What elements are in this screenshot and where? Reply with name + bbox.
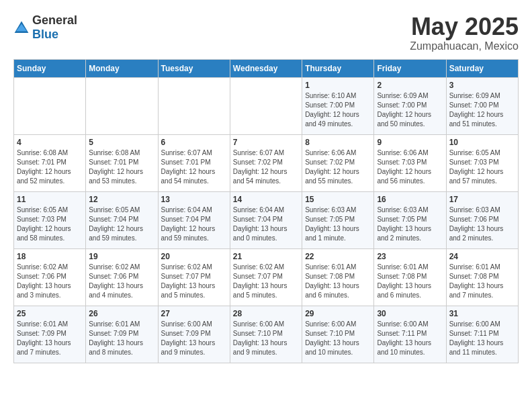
day-number: 24 <box>449 252 515 261</box>
calendar-header-row: SundayMondayTuesdayWednesdayThursdayFrid… <box>14 59 519 77</box>
calendar-cell: 3Sunrise: 6:09 AM Sunset: 7:00 PM Daylig… <box>446 77 518 134</box>
calendar-week-5: 25Sunrise: 6:01 AM Sunset: 7:09 PM Dayli… <box>14 306 519 363</box>
day-info: Sunrise: 6:03 AM Sunset: 7:05 PM Dayligh… <box>305 205 371 243</box>
day-info: Sunrise: 6:06 AM Sunset: 7:02 PM Dayligh… <box>305 148 371 186</box>
calendar-cell: 4Sunrise: 6:08 AM Sunset: 7:01 PM Daylig… <box>14 134 86 191</box>
day-number: 15 <box>305 195 371 204</box>
location-title: Zumpahuacan, Mexico <box>410 40 519 52</box>
day-number: 30 <box>377 309 443 318</box>
day-info: Sunrise: 6:01 AM Sunset: 7:08 PM Dayligh… <box>449 263 515 300</box>
day-info: Sunrise: 6:10 AM Sunset: 7:00 PM Dayligh… <box>305 91 371 129</box>
day-number: 11 <box>17 195 83 204</box>
calendar-cell: 23Sunrise: 6:01 AM Sunset: 7:08 PM Dayli… <box>374 248 446 306</box>
calendar-week-3: 11Sunrise: 6:05 AM Sunset: 7:03 PM Dayli… <box>14 191 519 248</box>
calendar-cell <box>230 77 302 134</box>
header-tuesday: Tuesday <box>158 59 230 77</box>
day-number: 14 <box>233 195 299 204</box>
day-info: Sunrise: 6:00 AM Sunset: 7:11 PM Dayligh… <box>449 320 515 357</box>
logo: General Blue <box>13 13 77 42</box>
page-header: General Blue May 2025 Zumpahuacan, Mexic… <box>13 13 519 52</box>
day-number: 10 <box>449 138 515 147</box>
calendar-cell: 11Sunrise: 6:05 AM Sunset: 7:03 PM Dayli… <box>14 191 86 248</box>
day-info: Sunrise: 6:05 AM Sunset: 7:03 PM Dayligh… <box>449 148 515 186</box>
calendar-cell: 9Sunrise: 6:06 AM Sunset: 7:03 PM Daylig… <box>374 134 446 191</box>
calendar-week-4: 18Sunrise: 6:02 AM Sunset: 7:06 PM Dayli… <box>14 248 519 306</box>
day-info: Sunrise: 6:00 AM Sunset: 7:10 PM Dayligh… <box>305 320 371 357</box>
calendar-cell: 1Sunrise: 6:10 AM Sunset: 7:00 PM Daylig… <box>302 77 374 134</box>
day-number: 1 <box>305 81 371 90</box>
day-number: 26 <box>89 309 154 318</box>
day-number: 5 <box>89 138 154 147</box>
calendar-cell: 5Sunrise: 6:08 AM Sunset: 7:01 PM Daylig… <box>86 134 158 191</box>
calendar-cell: 8Sunrise: 6:06 AM Sunset: 7:02 PM Daylig… <box>302 134 374 191</box>
day-number: 13 <box>161 195 227 204</box>
day-info: Sunrise: 6:01 AM Sunset: 7:08 PM Dayligh… <box>377 263 443 300</box>
calendar-week-1: 1Sunrise: 6:10 AM Sunset: 7:00 PM Daylig… <box>14 77 519 134</box>
logo-general: General <box>32 13 77 27</box>
calendar-cell: 22Sunrise: 6:01 AM Sunset: 7:08 PM Dayli… <box>302 248 374 306</box>
day-info: Sunrise: 6:01 AM Sunset: 7:09 PM Dayligh… <box>89 320 154 357</box>
day-number: 22 <box>305 252 371 261</box>
calendar-cell: 2Sunrise: 6:09 AM Sunset: 7:00 PM Daylig… <box>374 77 446 134</box>
logo-icon <box>13 19 30 36</box>
logo-blue: Blue <box>32 28 58 41</box>
day-number: 3 <box>449 81 515 90</box>
day-number: 19 <box>89 252 154 261</box>
calendar-cell: 19Sunrise: 6:02 AM Sunset: 7:06 PM Dayli… <box>86 248 158 306</box>
day-number: 8 <box>305 138 371 147</box>
calendar-cell: 31Sunrise: 6:00 AM Sunset: 7:11 PM Dayli… <box>446 306 518 363</box>
calendar-cell: 10Sunrise: 6:05 AM Sunset: 7:03 PM Dayli… <box>446 134 518 191</box>
day-number: 27 <box>161 309 227 318</box>
day-number: 20 <box>161 252 227 261</box>
calendar-cell: 16Sunrise: 6:03 AM Sunset: 7:05 PM Dayli… <box>374 191 446 248</box>
calendar-cell: 17Sunrise: 6:03 AM Sunset: 7:06 PM Dayli… <box>446 191 518 248</box>
header-saturday: Saturday <box>446 59 518 77</box>
calendar-cell: 27Sunrise: 6:00 AM Sunset: 7:09 PM Dayli… <box>158 306 230 363</box>
calendar-cell <box>14 77 86 134</box>
calendar-cell: 30Sunrise: 6:00 AM Sunset: 7:11 PM Dayli… <box>374 306 446 363</box>
day-number: 23 <box>377 252 443 261</box>
day-number: 29 <box>305 309 371 318</box>
day-info: Sunrise: 6:00 AM Sunset: 7:11 PM Dayligh… <box>377 320 443 357</box>
day-number: 12 <box>89 195 154 204</box>
day-info: Sunrise: 6:02 AM Sunset: 7:06 PM Dayligh… <box>89 263 154 300</box>
day-info: Sunrise: 6:07 AM Sunset: 7:02 PM Dayligh… <box>233 148 299 186</box>
header-wednesday: Wednesday <box>230 59 302 77</box>
calendar-cell: 12Sunrise: 6:05 AM Sunset: 7:04 PM Dayli… <box>86 191 158 248</box>
day-number: 17 <box>449 195 515 204</box>
calendar-week-2: 4Sunrise: 6:08 AM Sunset: 7:01 PM Daylig… <box>14 134 519 191</box>
header-thursday: Thursday <box>302 59 374 77</box>
day-info: Sunrise: 6:07 AM Sunset: 7:01 PM Dayligh… <box>161 148 227 186</box>
calendar-cell: 25Sunrise: 6:01 AM Sunset: 7:09 PM Dayli… <box>14 306 86 363</box>
calendar-cell: 15Sunrise: 6:03 AM Sunset: 7:05 PM Dayli… <box>302 191 374 248</box>
day-info: Sunrise: 6:02 AM Sunset: 7:07 PM Dayligh… <box>161 263 227 300</box>
calendar-cell <box>86 77 158 134</box>
day-number: 6 <box>161 138 227 147</box>
day-info: Sunrise: 6:01 AM Sunset: 7:09 PM Dayligh… <box>17 320 83 357</box>
month-title: May 2025 <box>410 13 519 40</box>
day-info: Sunrise: 6:06 AM Sunset: 7:03 PM Dayligh… <box>377 148 443 186</box>
calendar-cell: 7Sunrise: 6:07 AM Sunset: 7:02 PM Daylig… <box>230 134 302 191</box>
calendar-cell: 13Sunrise: 6:04 AM Sunset: 7:04 PM Dayli… <box>158 191 230 248</box>
day-number: 31 <box>449 309 515 318</box>
day-number: 28 <box>233 309 299 318</box>
calendar-cell: 18Sunrise: 6:02 AM Sunset: 7:06 PM Dayli… <box>14 248 86 306</box>
header-monday: Monday <box>86 59 158 77</box>
calendar-cell: 14Sunrise: 6:04 AM Sunset: 7:04 PM Dayli… <box>230 191 302 248</box>
calendar-cell: 26Sunrise: 6:01 AM Sunset: 7:09 PM Dayli… <box>86 306 158 363</box>
calendar-cell: 24Sunrise: 6:01 AM Sunset: 7:08 PM Dayli… <box>446 248 518 306</box>
calendar-table: SundayMondayTuesdayWednesdayThursdayFrid… <box>13 59 519 363</box>
day-number: 7 <box>233 138 299 147</box>
day-number: 18 <box>17 252 83 261</box>
day-number: 21 <box>233 252 299 261</box>
day-number: 9 <box>377 138 443 147</box>
day-info: Sunrise: 6:09 AM Sunset: 7:00 PM Dayligh… <box>377 91 443 129</box>
day-info: Sunrise: 6:09 AM Sunset: 7:00 PM Dayligh… <box>449 91 515 129</box>
calendar-cell: 21Sunrise: 6:02 AM Sunset: 7:07 PM Dayli… <box>230 248 302 306</box>
header-sunday: Sunday <box>14 59 86 77</box>
day-info: Sunrise: 6:02 AM Sunset: 7:07 PM Dayligh… <box>233 263 299 300</box>
day-info: Sunrise: 6:02 AM Sunset: 7:06 PM Dayligh… <box>17 263 83 300</box>
header-friday: Friday <box>374 59 446 77</box>
day-info: Sunrise: 6:03 AM Sunset: 7:05 PM Dayligh… <box>377 205 443 243</box>
day-info: Sunrise: 6:04 AM Sunset: 7:04 PM Dayligh… <box>233 205 299 243</box>
